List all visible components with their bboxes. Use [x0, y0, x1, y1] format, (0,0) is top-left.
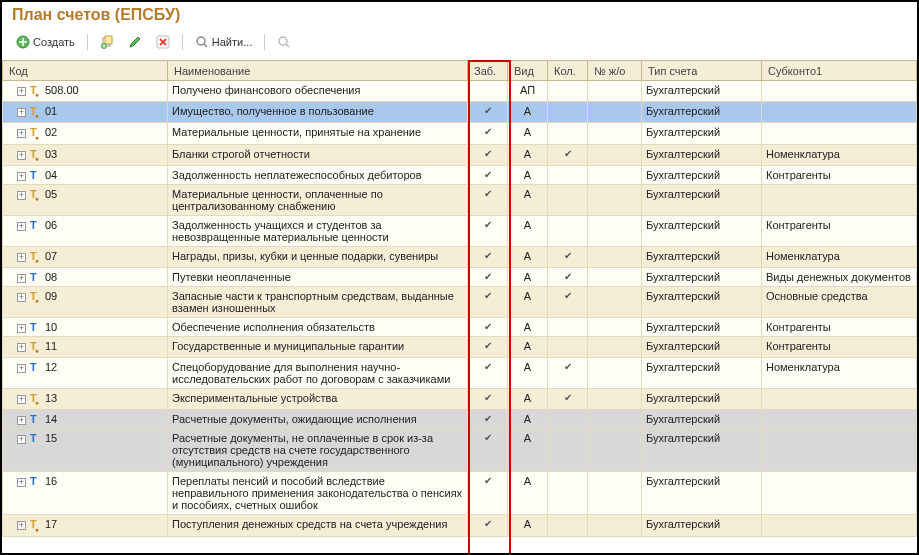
expand-icon[interactable]: +	[17, 87, 26, 96]
table-row[interactable]: +T04Задолженность неплатежеспособных деб…	[3, 165, 917, 184]
edit-button[interactable]	[124, 34, 146, 50]
table-row[interactable]: +T14Расчетные документы, ожидающие испол…	[3, 410, 917, 429]
account-icon: T●	[30, 290, 42, 304]
zab-cell: ✔	[468, 389, 508, 410]
jo-cell	[588, 336, 642, 357]
clear-search-button[interactable]	[273, 34, 295, 50]
sub-cell: Контрагенты	[762, 165, 917, 184]
col-name[interactable]: Наименование	[168, 61, 468, 81]
expand-icon[interactable]: +	[17, 253, 26, 262]
table-row[interactable]: +T●09Запасные части к транспортным средс…	[3, 286, 917, 317]
expand-icon[interactable]: +	[17, 108, 26, 117]
sub-cell: Контрагенты	[762, 336, 917, 357]
jo-cell	[588, 515, 642, 536]
table-row[interactable]: +T●11Государственные и муниципальные гар…	[3, 336, 917, 357]
col-jo[interactable]: № ж/о	[588, 61, 642, 81]
name-cell: Путевки неоплаченные	[168, 267, 468, 286]
search-icon	[195, 35, 209, 49]
plus-circle-icon	[16, 35, 30, 49]
account-icon: T●	[30, 518, 42, 532]
col-type[interactable]: Тип счета	[642, 61, 762, 81]
sub-cell	[762, 515, 917, 536]
account-icon: T	[30, 475, 42, 487]
expand-icon[interactable]: +	[17, 172, 26, 181]
svg-point-6	[279, 37, 287, 45]
expand-icon[interactable]: +	[17, 324, 26, 333]
sub-cell	[762, 123, 917, 144]
table-row[interactable]: +T●17Поступления денежных средств на сче…	[3, 515, 917, 536]
name-cell: Бланки строгой отчетности	[168, 144, 468, 165]
kol-cell	[548, 336, 588, 357]
jo-cell	[588, 410, 642, 429]
expand-icon[interactable]: +	[17, 129, 26, 138]
zab-cell: ✔	[468, 317, 508, 336]
table-row[interactable]: +T06Задолженность учащихся и студентов з…	[3, 215, 917, 246]
table-row[interactable]: +T10Обеспечение исполнения обязательств✔…	[3, 317, 917, 336]
expand-icon[interactable]: +	[17, 364, 26, 373]
jo-cell	[588, 472, 642, 515]
table-row[interactable]: +T●07Награды, призы, кубки и ценные пода…	[3, 246, 917, 267]
expand-icon[interactable]: +	[17, 521, 26, 530]
expand-icon[interactable]: +	[17, 274, 26, 283]
sub-cell	[762, 389, 917, 410]
account-icon: T●	[30, 392, 42, 406]
table-row[interactable]: +T15Расчетные документы, не оплаченные в…	[3, 429, 917, 472]
jo-cell	[588, 286, 642, 317]
expand-icon[interactable]: +	[17, 293, 26, 302]
expand-icon[interactable]: +	[17, 416, 26, 425]
table-row[interactable]: +T●02Материальные ценности, принятые на …	[3, 123, 917, 144]
type-cell: Бухгалтерский	[642, 358, 762, 389]
create-button[interactable]: Создать	[12, 34, 79, 50]
code-cell: 508.00	[45, 84, 79, 96]
sub-cell	[762, 102, 917, 123]
expand-icon[interactable]: +	[17, 151, 26, 160]
zab-cell: ✔	[468, 267, 508, 286]
kol-cell: ✔	[548, 267, 588, 286]
code-cell: 03	[45, 148, 57, 160]
copy-button[interactable]	[96, 34, 118, 50]
expand-icon[interactable]: +	[17, 191, 26, 200]
expand-icon[interactable]: +	[17, 395, 26, 404]
table-row[interactable]: +T●05Материальные ценности, оплаченные п…	[3, 184, 917, 215]
type-cell: Бухгалтерский	[642, 472, 762, 515]
col-code[interactable]: Код	[3, 61, 168, 81]
table-row[interactable]: +T●508.00Получено финансового обеспечени…	[3, 81, 917, 102]
type-cell: Бухгалтерский	[642, 317, 762, 336]
sub-cell: Номенклатура	[762, 358, 917, 389]
code-cell: 16	[45, 475, 57, 487]
expand-icon[interactable]: +	[17, 435, 26, 444]
expand-icon[interactable]: +	[17, 222, 26, 231]
find-button[interactable]: Найти...	[191, 34, 257, 50]
account-icon: T●	[30, 105, 42, 119]
table-row[interactable]: +T08Путевки неоплаченные✔А✔Бухгалтерский…	[3, 267, 917, 286]
expand-icon[interactable]: +	[17, 343, 26, 352]
col-zab[interactable]: Заб.	[468, 61, 508, 81]
search-clear-icon	[277, 35, 291, 49]
col-kol[interactable]: Кол.	[548, 61, 588, 81]
name-cell: Обеспечение исполнения обязательств	[168, 317, 468, 336]
name-cell: Задолженность неплатежеспособных дебитор…	[168, 165, 468, 184]
kol-cell: ✔	[548, 246, 588, 267]
account-icon: T	[30, 361, 42, 373]
table-row[interactable]: +T●13Экспериментальные устройства✔А✔Бухг…	[3, 389, 917, 410]
code-cell: 04	[45, 169, 57, 181]
table-row[interactable]: +T16Переплаты пенсий и пособий вследстви…	[3, 472, 917, 515]
delete-button[interactable]	[152, 34, 174, 50]
separator	[264, 34, 265, 50]
vid-cell: А	[508, 317, 548, 336]
sub-cell: Виды денежных документов	[762, 267, 917, 286]
sub-cell	[762, 429, 917, 472]
zab-cell: ✔	[468, 286, 508, 317]
sub-cell	[762, 81, 917, 102]
jo-cell	[588, 429, 642, 472]
expand-icon[interactable]: +	[17, 478, 26, 487]
table-row[interactable]: +T●03Бланки строгой отчетности✔А✔Бухгалт…	[3, 144, 917, 165]
col-sub1[interactable]: Субконто1	[762, 61, 917, 81]
col-vid[interactable]: Вид	[508, 61, 548, 81]
zab-cell: ✔	[468, 215, 508, 246]
kol-cell	[548, 472, 588, 515]
pencil-icon	[128, 35, 142, 49]
table-row[interactable]: +T●01Имущество, полученное в пользование…	[3, 102, 917, 123]
table-header-row: Код Наименование Заб. Вид Кол. № ж/о Тип…	[3, 61, 917, 81]
table-row[interactable]: +T12Спецоборудование для выполнения науч…	[3, 358, 917, 389]
